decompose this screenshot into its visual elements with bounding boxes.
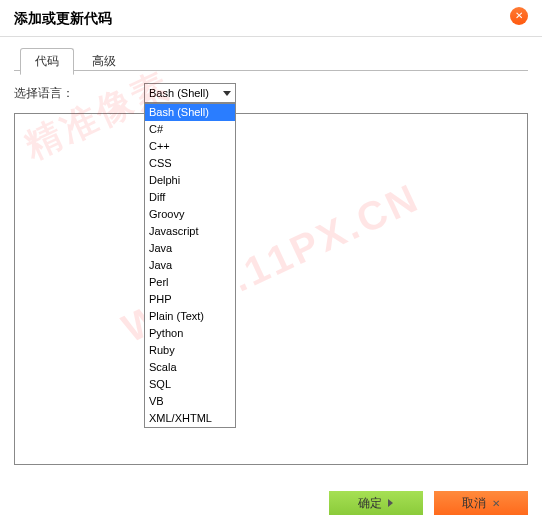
cancel-label: 取消 — [462, 495, 486, 512]
language-row: 选择语言： Bash (Shell) Bash (Shell)C#C++CSSD… — [14, 83, 528, 103]
chevron-right-icon — [388, 499, 393, 507]
code-input[interactable] — [14, 113, 528, 465]
tab-code[interactable]: 代码 — [20, 48, 74, 75]
dialog-body: 代码 高级 选择语言： Bash (Shell) Bash (Shell)C#C… — [0, 37, 542, 468]
confirm-label: 确定 — [358, 495, 382, 512]
language-option[interactable]: PHP — [145, 291, 235, 308]
language-label: 选择语言： — [14, 85, 144, 102]
language-option[interactable]: Java — [145, 257, 235, 274]
language-option[interactable]: SQL — [145, 376, 235, 393]
language-option[interactable]: Bash (Shell) — [145, 104, 235, 121]
language-select[interactable]: Bash (Shell) Bash (Shell)C#C++CSSDelphiD… — [144, 83, 236, 103]
language-option[interactable]: CSS — [145, 155, 235, 172]
dialog-header: 添加或更新代码 ✕ — [0, 0, 542, 37]
language-option[interactable]: Javascript — [145, 223, 235, 240]
language-option[interactable]: Perl — [145, 274, 235, 291]
language-option[interactable]: XML/XHTML — [145, 410, 235, 427]
language-option[interactable]: Python — [145, 325, 235, 342]
language-option[interactable]: Plain (Text) — [145, 308, 235, 325]
dialog-footer: 确定 取消 ✕ — [14, 491, 528, 515]
language-option[interactable]: C# — [145, 121, 235, 138]
language-selected-value[interactable]: Bash (Shell) — [144, 83, 236, 103]
tabs: 代码 高级 — [14, 47, 528, 71]
language-option[interactable]: VB — [145, 393, 235, 410]
tab-advanced[interactable]: 高级 — [77, 48, 131, 74]
dialog-title: 添加或更新代码 — [14, 10, 112, 26]
language-option[interactable]: Ruby — [145, 342, 235, 359]
language-option[interactable]: Java — [145, 240, 235, 257]
cancel-button[interactable]: 取消 ✕ — [434, 491, 528, 515]
close-icon: ✕ — [492, 498, 500, 509]
language-option[interactable]: Delphi — [145, 172, 235, 189]
language-option[interactable]: C++ — [145, 138, 235, 155]
dialog: 精准像素 WWW.11PX.CN 添加或更新代码 ✕ 代码 高级 选择语言： B… — [0, 0, 542, 525]
language-option[interactable]: Groovy — [145, 206, 235, 223]
language-dropdown: Bash (Shell)C#C++CSSDelphiDiffGroovyJava… — [144, 103, 236, 428]
language-option[interactable]: Diff — [145, 189, 235, 206]
confirm-button[interactable]: 确定 — [329, 491, 423, 515]
language-option[interactable]: Scala — [145, 359, 235, 376]
close-button[interactable]: ✕ — [510, 7, 528, 25]
close-icon: ✕ — [515, 10, 523, 21]
